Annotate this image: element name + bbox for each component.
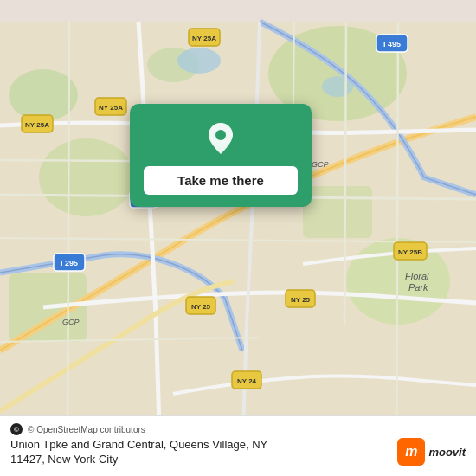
svg-rect-7 (303, 186, 372, 238)
take-me-there-button[interactable]: Take me there (144, 166, 298, 195)
attribution-row: © © OpenStreetMap contributors (10, 423, 466, 435)
popup-card: Take me there (130, 104, 312, 207)
svg-text:NY 25A: NY 25A (192, 35, 216, 42)
svg-text:NY 25: NY 25 (191, 303, 211, 311)
svg-text:I 295: I 295 (61, 259, 78, 267)
svg-text:GCP: GCP (62, 318, 80, 326)
moovit-text: moovit (428, 446, 466, 459)
svg-text:NY 25A: NY 25A (99, 104, 123, 112)
svg-point-8 (177, 48, 221, 74)
svg-point-5 (9, 69, 78, 121)
map-svg: I 495 NY 25A NY 25A NY 25A I 49 I 295 GC… (0, 0, 476, 476)
bottom-bar: © © OpenStreetMap contributors Union Tpk… (0, 415, 476, 476)
svg-text:Floral: Floral (405, 271, 429, 281)
moovit-m-icon: m (397, 438, 425, 466)
svg-text:NY 24: NY 24 (237, 377, 257, 385)
moovit-logo: m moovit (397, 438, 466, 466)
svg-point-35 (215, 130, 226, 140)
svg-point-2 (39, 138, 134, 216)
osm-icon: © (10, 423, 23, 435)
map-container: I 495 NY 25A NY 25A NY 25A I 49 I 295 GC… (0, 0, 476, 476)
svg-text:I 495: I 495 (383, 40, 401, 48)
svg-text:NY 25: NY 25 (291, 296, 311, 304)
svg-text:NY 25A: NY 25A (25, 121, 49, 129)
location-pin-icon (202, 119, 240, 158)
attribution-text: © OpenStreetMap contributors (28, 425, 145, 434)
svg-text:NY 25B: NY 25B (398, 248, 422, 256)
svg-text:Park: Park (408, 282, 428, 293)
svg-text:GCP: GCP (312, 160, 329, 169)
